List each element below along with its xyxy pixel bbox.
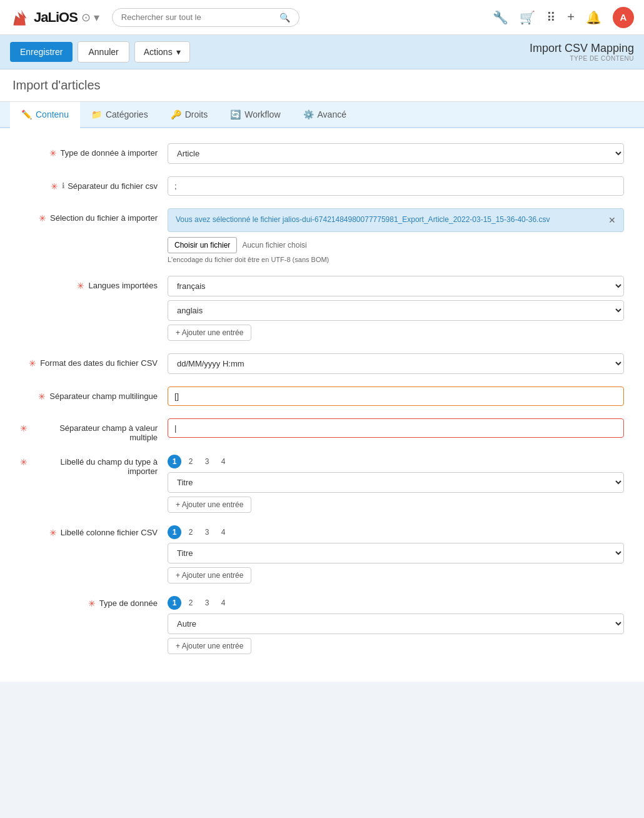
multilang-sep-wrapper — [168, 386, 624, 406]
actions-button[interactable]: Actions ▾ — [134, 41, 190, 63]
form-row-multivalue-sep: ✳ Séparateur champ à valeur multiple — [20, 418, 624, 442]
language-2-select[interactable]: anglais — [168, 300, 624, 321]
file-close-button[interactable]: ✕ — [608, 215, 616, 225]
avatar[interactable]: A — [613, 7, 634, 28]
required-star-4: ✳ — [77, 281, 84, 291]
tab-categories-label: Catégories — [106, 109, 148, 119]
add-csv-col-button[interactable]: + Ajouter une entrée — [168, 567, 251, 583]
logo-icon — [10, 8, 30, 28]
field-label-wrapper: 1 2 3 4 Titre + Ajouter une entrée — [168, 455, 624, 513]
field-label-tab-1[interactable]: 1 — [168, 455, 181, 468]
language-1-select[interactable]: français — [168, 276, 624, 296]
tab-workflow[interactable]: 🔄 Workflow — [219, 102, 291, 128]
search-input[interactable] — [121, 13, 274, 22]
toolbar: Enregistrer Annuler Actions ▾ Import CSV… — [0, 35, 644, 69]
form-row-csv-col: ✳ Libellé colonne fichier CSV 1 2 3 4 Ti… — [20, 525, 624, 583]
wrench-icon[interactable]: 🔧 — [493, 10, 508, 25]
tab-workflow-label: Workflow — [244, 109, 280, 119]
field-label-tab-3[interactable]: 3 — [200, 455, 214, 468]
multilang-separator-input[interactable] — [168, 386, 624, 406]
required-star: ✳ — [49, 148, 57, 158]
required-star-6: ✳ — [38, 391, 46, 401]
page-title: Import d'articles — [0, 69, 644, 102]
form-row-data-type2: ✳ Type de donnée 1 2 3 4 Autre + Ajouter… — [20, 596, 624, 654]
data-type-select[interactable]: Article — [168, 143, 624, 164]
required-star-7: ✳ — [20, 423, 28, 433]
form-row-date-format: ✳ Format des dates du fichier CSV dd/MM/… — [20, 353, 624, 374]
languages-label: ✳ Langues importées — [20, 276, 158, 291]
tab-categories[interactable]: 📁 Catégories — [80, 102, 159, 128]
form-row-field-label: ✳ Libellé du champ du type à importer 1 … — [20, 455, 624, 513]
save-button[interactable]: Enregistrer — [10, 42, 73, 62]
actions-label: Actions — [144, 47, 173, 57]
form-row-languages: ✳ Langues importées français anglais + A… — [20, 276, 624, 341]
toolbar-title-main: Import CSV Mapping — [530, 42, 634, 55]
file-label: ✳ Sélection du fichier à importer — [20, 208, 158, 223]
file-selected-box: Vous avez sélectionné le fichier jalios-… — [168, 208, 624, 232]
multilang-sep-label: ✳ Séparateur champ multilingue — [20, 386, 158, 401]
multivalue-sep-wrapper — [168, 418, 624, 438]
csv-col-select[interactable]: Titre — [168, 543, 624, 563]
form-row-csv-sep: ✳ ℹ Séparateur du fichier csv — [20, 176, 624, 196]
tab-categories-icon: 📁 — [91, 109, 102, 119]
multivalue-separator-input[interactable] — [168, 418, 624, 438]
tab-contenu[interactable]: ✏️ Contenu — [10, 102, 80, 128]
navbar-actions: 🔧 🛒 ⠿ + 🔔 A — [493, 7, 634, 28]
search-bar: 🔍 — [112, 8, 299, 27]
form-row-multilang-sep: ✳ Séparateur champ multilingue — [20, 386, 624, 406]
tab-workflow-icon: 🔄 — [230, 109, 241, 119]
required-star-10: ✳ — [88, 598, 96, 608]
file-chooser-row: Choisir un fichier Aucun fichier choisi — [168, 237, 624, 253]
logo-text: JaLiOS — [34, 9, 78, 26]
layers-icon[interactable]: ⊙ ▾ — [81, 11, 99, 24]
required-star-3: ✳ — [39, 213, 46, 223]
tab-contenu-label: Contenu — [36, 109, 69, 119]
choose-file-button[interactable]: Choisir un fichier — [168, 237, 237, 253]
main-content: ✳ Type de donnée à importer Article ✳ ℹ … — [0, 128, 644, 682]
csv-col-tab-3[interactable]: 3 — [200, 525, 214, 539]
info-icon[interactable]: ℹ — [62, 181, 65, 190]
data-type2-tab-3[interactable]: 3 — [200, 596, 214, 610]
tab-droits-label: Droits — [185, 109, 208, 119]
data-type2-tab-1[interactable]: 1 — [168, 596, 181, 610]
languages-wrapper: français anglais + Ajouter une entrée — [168, 276, 624, 341]
field-label-select[interactable]: Titre — [168, 472, 624, 493]
toolbar-title-sub: TYPE DE CONTENU — [530, 55, 634, 62]
csv-sep-label: ✳ ℹ Séparateur du fichier csv — [20, 176, 158, 191]
field-label-label: ✳ Libellé du champ du type à importer — [20, 455, 158, 476]
data-type2-tab-2[interactable]: 2 — [184, 596, 198, 610]
navbar: JaLiOS ⊙ ▾ 🔍 🔧 🛒 ⠿ + 🔔 A — [0, 0, 644, 35]
csv-separator-input[interactable] — [168, 176, 624, 196]
csv-sep-wrapper — [168, 176, 624, 196]
field-label-tab-2[interactable]: 2 — [184, 455, 198, 468]
date-format-label: ✳ Format des dates du fichier CSV — [20, 353, 158, 368]
plus-icon[interactable]: + — [567, 10, 575, 24]
csv-col-tab-4[interactable]: 4 — [216, 525, 230, 539]
logo[interactable]: JaLiOS ⊙ ▾ — [10, 8, 99, 28]
bell-icon[interactable]: 🔔 — [586, 10, 601, 25]
tab-avance[interactable]: ⚙️ Avancé — [292, 102, 358, 128]
cancel-button[interactable]: Annuler — [78, 41, 129, 63]
cart-icon[interactable]: 🛒 — [520, 10, 535, 25]
date-format-wrapper: dd/MM/yyyy H:mm — [168, 353, 624, 374]
csv-col-tab-2[interactable]: 2 — [184, 525, 198, 539]
actions-chevron-icon: ▾ — [176, 47, 181, 57]
add-language-button[interactable]: + Ajouter une entrée — [168, 325, 251, 341]
csv-col-num-tabs: 1 2 3 4 — [168, 525, 624, 539]
tab-droits[interactable]: 🔑 Droits — [159, 102, 219, 128]
csv-col-tab-1[interactable]: 1 — [168, 525, 181, 539]
field-label-tab-4[interactable]: 4 — [216, 455, 230, 468]
data-type2-num-tabs: 1 2 3 4 — [168, 596, 624, 610]
tab-avance-icon: ⚙️ — [303, 109, 314, 119]
required-star-5: ✳ — [29, 358, 36, 368]
data-type2-select[interactable]: Autre — [168, 614, 624, 634]
date-format-select[interactable]: dd/MM/yyyy H:mm — [168, 353, 624, 374]
tabs: ✏️ Contenu 📁 Catégories 🔑 Droits 🔄 Workf… — [0, 102, 644, 128]
add-data-type2-button[interactable]: + Ajouter une entrée — [168, 638, 251, 654]
add-field-label-button[interactable]: + Ajouter une entrée — [168, 497, 251, 513]
grid-icon[interactable]: ⠿ — [546, 10, 556, 25]
data-type2-tab-4[interactable]: 4 — [216, 596, 230, 610]
csv-col-label: ✳ Libellé colonne fichier CSV — [20, 525, 158, 538]
data-type2-wrapper: 1 2 3 4 Autre + Ajouter une entrée — [168, 596, 624, 654]
field-label-num-tabs: 1 2 3 4 — [168, 455, 624, 468]
